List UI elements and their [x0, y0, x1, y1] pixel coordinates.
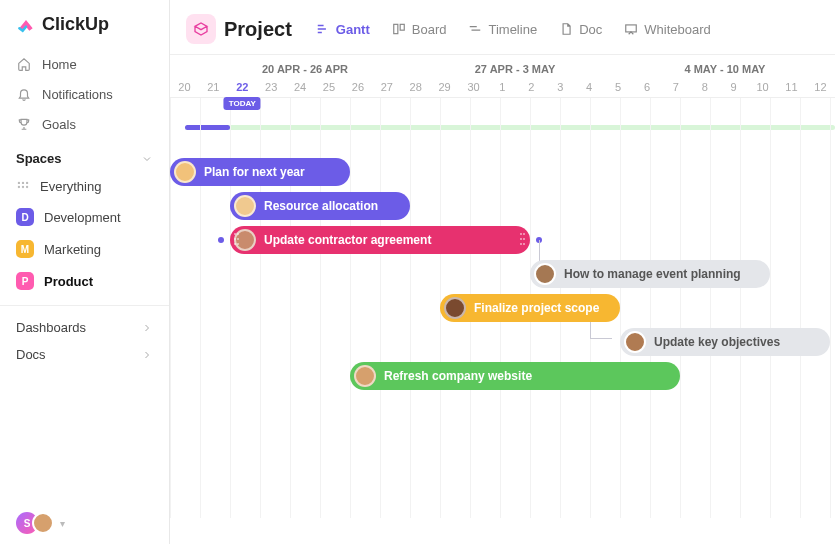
dashboards-header[interactable]: Dashboards	[0, 305, 169, 341]
day-cell[interactable]: 21	[199, 75, 228, 97]
drag-handle-icon[interactable]	[234, 233, 240, 247]
day-cell[interactable]: 26	[343, 75, 372, 97]
chevron-down-icon: ▾	[60, 518, 65, 529]
nav-label: Home	[42, 57, 77, 72]
grid-column	[740, 98, 741, 518]
day-cell[interactable]: 10	[748, 75, 777, 97]
grid-column	[830, 98, 831, 518]
day-cell[interactable]: 1	[488, 75, 517, 97]
svg-point-5	[26, 185, 28, 187]
space-badge-icon: D	[16, 208, 34, 226]
day-cell[interactable]: 24	[286, 75, 315, 97]
dependency-dot[interactable]	[218, 237, 224, 243]
svg-point-3	[18, 185, 20, 187]
gantt-task[interactable]: Finalize project scope	[440, 294, 620, 322]
day-cell[interactable]: 30	[459, 75, 488, 97]
day-cell[interactable]: 5	[604, 75, 633, 97]
assignee-avatar	[174, 161, 196, 183]
day-cell[interactable]: 22TODAY	[228, 75, 257, 97]
day-cell[interactable]: 25	[315, 75, 344, 97]
gantt-task[interactable]: Plan for next year	[170, 158, 350, 186]
home-icon	[16, 56, 32, 72]
tab-board[interactable]: Board	[382, 17, 457, 42]
grid-column	[770, 98, 771, 518]
day-cell[interactable]: 23	[257, 75, 286, 97]
tab-timeline[interactable]: Timeline	[458, 17, 547, 42]
assignee-avatar	[624, 331, 646, 353]
brand-logo[interactable]: ClickUp	[0, 14, 169, 49]
grid-column	[680, 98, 681, 518]
grid-column	[410, 98, 411, 518]
drag-handle-icon[interactable]	[520, 233, 526, 247]
user-avatars[interactable]: S	[16, 512, 54, 534]
svg-point-1	[22, 181, 24, 183]
bell-icon	[16, 86, 32, 102]
day-cell[interactable]: 2	[517, 75, 546, 97]
gantt-task[interactable]: Update key objectives	[620, 328, 830, 356]
gantt-task[interactable]: Refresh company website	[350, 362, 680, 390]
day-cell[interactable]: 6	[633, 75, 662, 97]
assignee-avatar	[444, 297, 466, 319]
day-cell[interactable]: 12	[806, 75, 835, 97]
day-cell[interactable]: 7	[661, 75, 690, 97]
gantt-task[interactable]: How to manage event planning	[530, 260, 770, 288]
avatar	[32, 512, 54, 534]
spaces-header[interactable]: Spaces	[0, 139, 169, 172]
tab-label: Gantt	[336, 22, 370, 37]
day-cell[interactable]: 20	[170, 75, 199, 97]
assignee-avatar	[354, 365, 376, 387]
sidebar-item-notifications[interactable]: Notifications	[0, 79, 169, 109]
space-label: Product	[44, 274, 93, 289]
task-label: Refresh company website	[384, 369, 532, 383]
nav-label: Notifications	[42, 87, 113, 102]
dependency-line	[590, 338, 612, 339]
tab-gantt[interactable]: Gantt	[306, 17, 380, 42]
sidebar-footer[interactable]: S ▾	[0, 512, 169, 534]
project-icon[interactable]	[186, 14, 216, 44]
gantt-icon	[316, 22, 330, 36]
sidebar-item-goals[interactable]: Goals	[0, 109, 169, 139]
sidebar-item-everything[interactable]: Everything	[0, 172, 169, 201]
grid-column	[710, 98, 711, 518]
space-label: Development	[44, 210, 121, 225]
today-marker: TODAY	[224, 97, 261, 110]
grid-column	[650, 98, 651, 518]
sidebar-space-product[interactable]: PProduct	[0, 265, 169, 297]
day-cell[interactable]: 11	[777, 75, 806, 97]
dependency-line	[590, 322, 591, 338]
svg-point-0	[18, 181, 20, 183]
nav-label: Goals	[42, 117, 76, 132]
space-badge-icon: P	[16, 272, 34, 290]
space-label: Marketing	[44, 242, 101, 257]
day-cell[interactable]: 28	[401, 75, 430, 97]
day-cell[interactable]: 27	[372, 75, 401, 97]
page-title: Project	[224, 18, 292, 41]
day-cell[interactable]: 9	[719, 75, 748, 97]
sidebar-item-home[interactable]: Home	[0, 49, 169, 79]
gantt-task[interactable]: Update contractor agreement	[230, 226, 530, 254]
grid-column	[620, 98, 621, 518]
day-cell[interactable]: 29	[430, 75, 459, 97]
nav-label: Everything	[40, 179, 101, 194]
gantt-task[interactable]: Resource allocation	[230, 192, 410, 220]
tab-whiteboard[interactable]: Whiteboard	[614, 17, 720, 42]
tab-label: Timeline	[488, 22, 537, 37]
grid-column	[380, 98, 381, 518]
day-cell[interactable]: 8	[690, 75, 719, 97]
tab-doc[interactable]: Doc	[549, 17, 612, 42]
day-cell[interactable]: 3	[546, 75, 575, 97]
task-label: How to manage event planning	[564, 267, 741, 281]
main-content: Project GanttBoardTimelineDocWhiteboard …	[170, 0, 835, 544]
docs-header[interactable]: Docs	[0, 341, 169, 368]
sidebar-space-development[interactable]: DDevelopment	[0, 201, 169, 233]
chevron-down-icon	[141, 153, 153, 165]
svg-point-4	[22, 185, 24, 187]
section-label: Spaces	[16, 151, 62, 166]
sidebar-space-marketing[interactable]: MMarketing	[0, 233, 169, 265]
gantt-chart[interactable]: Plan for next yearResource allocationUpd…	[170, 98, 835, 518]
progress-fill	[185, 125, 230, 130]
brand-name: ClickUp	[42, 14, 109, 35]
day-cell[interactable]: 4	[575, 75, 604, 97]
assignee-avatar	[234, 195, 256, 217]
tab-label: Doc	[579, 22, 602, 37]
